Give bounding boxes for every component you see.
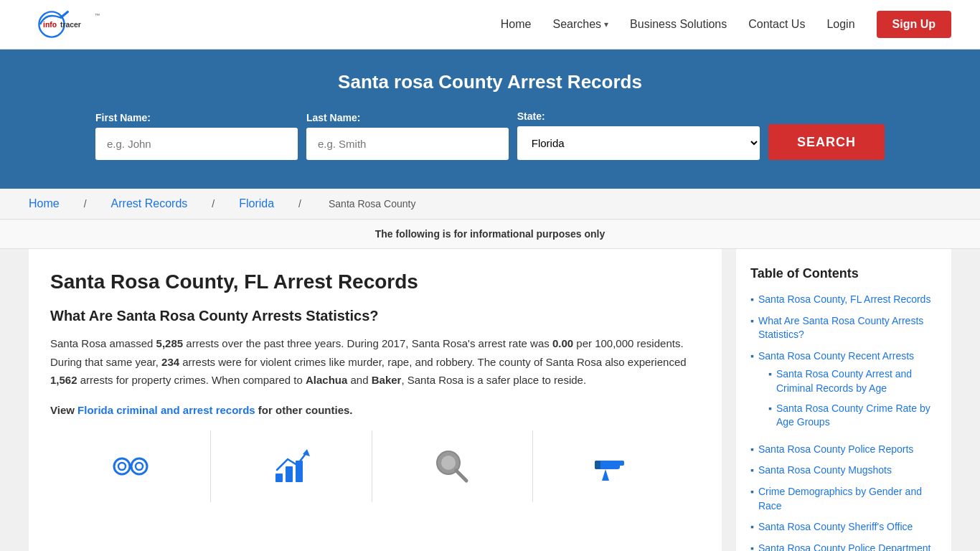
nav-signup[interactable]: Sign Up (877, 11, 951, 38)
svg-line-1 (61, 11, 68, 17)
first-name-label: First Name: (95, 112, 298, 123)
stat-violent: 234 (161, 356, 179, 368)
toc-item-7: Santa Rosa County Sheriff's Office (750, 520, 937, 534)
content-area: Santa Rosa County, FL Arrest Records Wha… (29, 249, 722, 551)
toc-sub-3: Santa Rosa County Arrest and Criminal Re… (758, 367, 937, 429)
svg-point-5 (114, 458, 130, 474)
sidebar-toc: Table of Contents Santa Rosa County, FL … (736, 249, 951, 551)
page-title: Santa Rosa County, FL Arrest Records (50, 270, 693, 293)
logo[interactable]: info tracer ™ (29, 7, 143, 42)
stats-paragraph: Santa Rosa amassed 5,285 arrests over th… (50, 334, 693, 390)
icons-row (50, 430, 693, 502)
svg-point-6 (118, 463, 126, 470)
breadcrumb-arrest-records[interactable]: Arrest Records (111, 197, 188, 210)
state-field: State: Florida Alabama Alaska Arizona Ca… (517, 110, 760, 160)
stat-property: 1,562 (50, 374, 77, 386)
toc-list: Santa Rosa County, FL Arrest Records Wha… (750, 293, 937, 551)
info-note: The following is for informational purpo… (0, 220, 980, 249)
hero-section: Santa rosa County Arrest Records First N… (0, 50, 980, 189)
toc-sub-link-3-1[interactable]: Santa Rosa County Arrest and Criminal Re… (776, 367, 937, 395)
state-select[interactable]: Florida Alabama Alaska Arizona Californi… (517, 126, 760, 160)
svg-point-8 (136, 463, 143, 470)
toc-sub-item-3-1: Santa Rosa County Arrest and Criminal Re… (758, 367, 937, 395)
toc-item-6: Crime Demographics by Gender and Race (750, 485, 937, 513)
city-baker: Baker (372, 374, 402, 386)
svg-point-15 (441, 456, 456, 470)
svg-text:tracer: tracer (60, 21, 81, 29)
svg-rect-10 (275, 474, 283, 482)
icon-handcuffs (50, 430, 211, 502)
last-name-input[interactable] (306, 128, 509, 160)
first-name-field: First Name: (95, 112, 298, 160)
toc-item-5: Santa Rosa County Mugshots (750, 463, 937, 478)
site-header: info tracer ™ Home Searches ▾ Business S… (0, 0, 980, 50)
breadcrumb-current: Santa Rosa County (329, 198, 415, 209)
stat-arrests: 5,285 (156, 337, 184, 349)
main-nav: Home Searches ▾ Business Solutions Conta… (501, 11, 951, 38)
nav-business[interactable]: Business Solutions (630, 18, 727, 31)
svg-text:info: info (43, 21, 57, 29)
toc-title: Table of Contents (750, 266, 937, 281)
icon-magnifier (372, 430, 533, 502)
first-name-input[interactable] (95, 128, 298, 160)
toc-item-2: What Are Santa Rosa County Arrests Stati… (750, 314, 937, 342)
toc-link-5[interactable]: Santa Rosa County Mugshots (758, 463, 892, 478)
city-alachua: Alachua (306, 374, 347, 386)
toc-link-4[interactable]: Santa Rosa County Police Reports (758, 443, 913, 457)
breadcrumb-home[interactable]: Home (29, 197, 60, 210)
toc-link-3[interactable]: Santa Rosa County Recent Arrests (758, 350, 914, 362)
svg-rect-20 (595, 461, 600, 469)
svg-text:™: ™ (95, 12, 100, 19)
nav-contact[interactable]: Contact Us (748, 18, 805, 31)
nav-searches[interactable]: Searches ▾ (552, 18, 608, 31)
toc-link-8[interactable]: Santa Rosa County Police Department (758, 542, 930, 551)
toc-link-2[interactable]: What Are Santa Rosa County Arrests Stati… (758, 314, 937, 342)
icon-chart (211, 430, 372, 502)
toc-item-3: Santa Rosa County Recent Arrests Santa R… (750, 349, 937, 435)
toc-sub-link-3-2[interactable]: Santa Rosa County Crime Rate by Age Grou… (776, 402, 937, 430)
last-name-label: Last Name: (306, 112, 509, 123)
svg-point-7 (131, 458, 147, 474)
hero-title: Santa rosa County Arrest Records (29, 71, 951, 93)
toc-sub-item-3-2: Santa Rosa County Crime Rate by Age Grou… (758, 402, 937, 430)
main-content: Santa Rosa County, FL Arrest Records Wha… (0, 249, 980, 551)
svg-rect-11 (286, 466, 293, 482)
svg-marker-19 (602, 469, 609, 481)
search-bar: First Name: Last Name: State: Florida Al… (95, 110, 885, 160)
chevron-down-icon: ▾ (604, 19, 608, 29)
stat-rate: 0.00 (552, 337, 573, 349)
svg-line-16 (456, 471, 466, 481)
view-line: View Florida criminal and arrest records… (50, 401, 693, 420)
breadcrumb-florida[interactable]: Florida (239, 197, 274, 210)
svg-rect-18 (611, 461, 624, 466)
toc-item-8: Santa Rosa County Police Department (750, 542, 937, 551)
toc-item-4: Santa Rosa County Police Reports (750, 443, 937, 457)
state-label: State: (517, 110, 760, 122)
nav-home[interactable]: Home (501, 18, 532, 31)
breadcrumb: Home / Arrest Records / Florida / Santa … (0, 189, 980, 220)
icon-gun (533, 430, 693, 502)
search-button[interactable]: SEARCH (768, 124, 885, 160)
toc-item-1: Santa Rosa County, FL Arrest Records (750, 293, 937, 307)
florida-records-link[interactable]: Florida criminal and arrest records (77, 404, 255, 416)
last-name-field: Last Name: (306, 112, 509, 160)
toc-link-6[interactable]: Crime Demographics by Gender and Race (758, 485, 937, 513)
toc-link-7[interactable]: Santa Rosa County Sheriff's Office (758, 520, 913, 534)
nav-login[interactable]: Login (826, 18, 854, 31)
stats-heading: What Are Santa Rosa County Arrests Stati… (50, 308, 693, 324)
toc-link-1[interactable]: Santa Rosa County, FL Arrest Records (758, 293, 930, 307)
